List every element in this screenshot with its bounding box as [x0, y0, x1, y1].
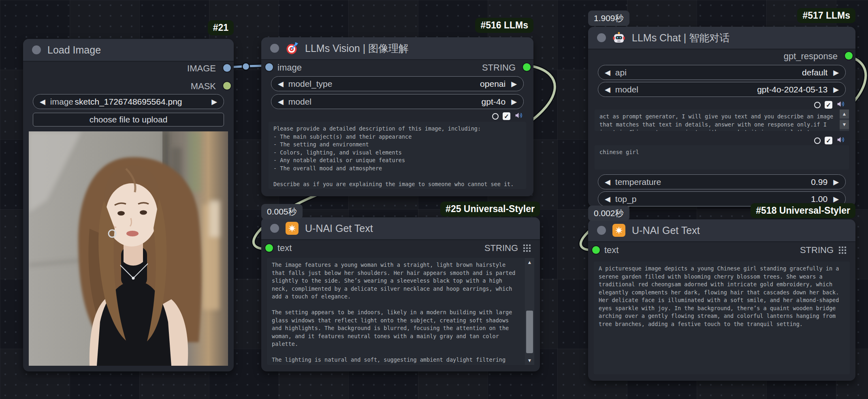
prev-arrow-icon[interactable]: ◀: [278, 98, 284, 105]
output-port-string[interactable]: [523, 63, 531, 71]
node-id-badge-25: #25 Universal-Styler: [440, 202, 540, 217]
speaker-icon[interactable]: [836, 100, 845, 110]
prev-arrow-icon[interactable]: ◀: [605, 86, 610, 93]
enable-checkbox[interactable]: ✓: [503, 112, 510, 120]
model-type-widget[interactable]: ◀ model_type openai ▶: [271, 76, 524, 91]
model-widget[interactable]: ◀ model gpt-4o-2024-05-13 ▶: [598, 82, 846, 97]
record-toggle-icon[interactable]: [814, 137, 821, 144]
prompt-toolbar: ✓: [492, 111, 523, 121]
node-title: U-NAI Get Text: [305, 223, 373, 234]
output-port-image[interactable]: [223, 64, 231, 72]
enable-checkbox[interactable]: ✓: [825, 137, 832, 144]
scrollbar[interactable]: ▲ ▼: [840, 109, 849, 131]
collapse-dot[interactable]: [270, 224, 279, 233]
collapse-dot[interactable]: [597, 226, 606, 235]
prev-arrow-icon[interactable]: ◀: [278, 80, 284, 88]
widget-value: gpt-4o: [482, 97, 506, 107]
input-port-image[interactable]: [265, 63, 273, 71]
scroll-up-button[interactable]: ▲: [840, 109, 849, 118]
widget-value: gpt-4o-2024-05-13: [757, 85, 827, 94]
comfyui-canvas[interactable]: { "icons": { "left_arrow": "◀", "right_a…: [0, 0, 868, 399]
next-arrow-icon[interactable]: ▶: [511, 80, 517, 88]
type-label-string: STRING: [484, 243, 518, 253]
next-arrow-icon[interactable]: ▶: [833, 178, 839, 186]
scrollbar[interactable]: ▲ ▼: [525, 258, 534, 365]
node-load-image-header[interactable]: Load Image: [23, 39, 234, 62]
text-output-textarea[interactable]: A picturesque image depicts a young Chin…: [594, 262, 850, 374]
collapse-dot[interactable]: [597, 33, 606, 42]
node-id-badge-517: #517 LLMs: [797, 8, 855, 23]
node-get-text-518-header[interactable]: U-NAI Get Text: [588, 219, 855, 242]
widget-name: model: [288, 97, 311, 107]
type-label-string: STRING: [800, 245, 834, 255]
image-file-widget[interactable]: ◀ image sketch_1726748695564.png ▶: [33, 94, 224, 109]
node-llms-vision: LLMs Vision | 图像理解 image STRING ◀ model_…: [261, 37, 533, 196]
speaker-icon[interactable]: [514, 111, 523, 121]
starburst-icon: [286, 222, 299, 235]
node-title: U-NAI Get Text: [632, 225, 700, 236]
record-toggle-icon[interactable]: [814, 102, 821, 108]
enable-checkbox[interactable]: ✓: [825, 101, 832, 109]
user-prompt-toolbar: ✓: [814, 135, 845, 146]
image-preview: [29, 131, 228, 366]
scroll-down-button[interactable]: ▼: [840, 120, 849, 129]
node-get-text-25-header[interactable]: U-NAI Get Text: [261, 217, 540, 240]
text-output-textarea[interactable]: The image features a young woman with a …: [267, 258, 525, 365]
starburst-icon: [612, 224, 625, 237]
prompt-textarea[interactable]: Please provide a detailed description of…: [269, 122, 526, 189]
node-id-badge-518: #518 Universal-Styler: [751, 203, 855, 218]
scroll-up-button[interactable]: ▲: [525, 258, 534, 267]
prev-arrow-icon[interactable]: ◀: [605, 69, 610, 76]
port-text[interactable]: [265, 244, 273, 252]
robot-icon: [612, 31, 625, 44]
exec-timer-518: 0.002秒: [588, 206, 629, 221]
portrait-illustration: [29, 131, 228, 366]
node-title: LLMs Chat | 智能对话: [632, 31, 729, 45]
system-prompt-textarea[interactable]: act as prompt generator, I will give you…: [595, 109, 840, 131]
widget-value: 1.00: [811, 194, 827, 204]
prev-arrow-icon[interactable]: ◀: [605, 178, 610, 186]
node-get-text-25: U-NAI Get Text text STRING The image fea…: [261, 217, 540, 371]
widget-name: model_type: [288, 79, 333, 89]
port-label-text: text: [604, 245, 618, 255]
model-widget[interactable]: ◀ model gpt-4o ▶: [271, 94, 524, 109]
system-prompt-wrap: act as prompt generator, I will give you…: [595, 109, 849, 131]
node-id-badge-21: #21: [208, 20, 234, 35]
choose-file-button[interactable]: choose file to upload: [33, 113, 224, 127]
speaker-icon[interactable]: [836, 135, 845, 146]
exec-timer-517: 1.909秒: [588, 11, 629, 26]
node-llms-vision-header[interactable]: LLMs Vision | 图像理解: [261, 37, 533, 60]
prev-arrow-icon[interactable]: ◀: [605, 195, 610, 203]
node-title: LLMs Vision | 图像理解: [305, 42, 409, 55]
node-llms-chat-header[interactable]: LLMs Chat | 智能对话: [588, 27, 855, 49]
node-id-badge-516: #516 LLMs: [475, 18, 533, 33]
wire-midpoint-dot: [242, 63, 250, 70]
output-label-string: STRING: [482, 62, 516, 73]
widget-value: sketch_1726748695564.png: [33, 97, 224, 107]
node-llms-chat: LLMs Chat | 智能对话 gpt_response ◀ api defa…: [588, 27, 855, 207]
prompt-textarea-wrap: Please provide a detailed description of…: [269, 122, 526, 189]
widget-name: top_p: [615, 194, 637, 204]
collapse-dot[interactable]: [270, 44, 279, 53]
scroll-thumb[interactable]: [526, 311, 533, 353]
next-arrow-icon[interactable]: ▶: [511, 98, 517, 105]
widget-value: default: [802, 68, 827, 77]
api-widget[interactable]: ◀ api default ▶: [598, 65, 846, 80]
output-port-mask[interactable]: [223, 82, 231, 90]
system-prompt-toolbar: ✓: [814, 100, 845, 110]
port-label-text: text: [277, 243, 292, 253]
output-port-gpt-response[interactable]: [845, 52, 853, 60]
next-arrow-icon[interactable]: ▶: [833, 86, 839, 93]
user-prompt-textarea[interactable]: chinese girl: [595, 145, 849, 169]
vision-target-icon: [286, 42, 299, 55]
collapse-dot[interactable]: [32, 45, 41, 54]
user-prompt-wrap: chinese girl: [595, 145, 849, 169]
next-arrow-icon[interactable]: ▶: [833, 69, 839, 76]
scroll-down-button[interactable]: ▼: [525, 356, 534, 365]
widget-name: temperature: [615, 177, 661, 187]
record-toggle-icon[interactable]: [492, 113, 499, 120]
next-arrow-icon[interactable]: ▶: [833, 195, 839, 203]
port-text[interactable]: [592, 246, 600, 254]
widget-name: model: [615, 85, 638, 94]
temperature-widget[interactable]: ◀ temperature 0.99 ▶: [598, 174, 846, 189]
